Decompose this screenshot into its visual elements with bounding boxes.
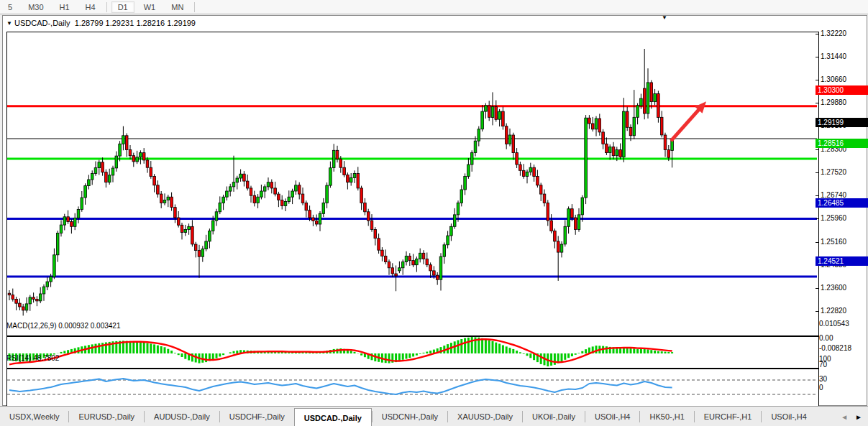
rsi-indicator-panel[interactable] [6,369,819,407]
price-tick-label: 1.30660 [821,75,846,83]
chart-tab-xauusd-daily[interactable]: XAUUSD-,Daily [448,407,522,426]
chart-tab-usdchf-daily[interactable]: USDCHF-,Daily [220,407,294,426]
candlestick-plot[interactable] [7,32,817,334]
price-axis[interactable]: 1.322201.314401.306601.298801.291001.283… [816,15,868,392]
chart-symbol-label: USDCAD-,Daily [14,19,70,27]
toolbar-separator [194,2,195,12]
rsi-axis-label: 30 [819,375,827,383]
rsi-axis-label: 0 [819,384,823,392]
macd-axis-label: -0.008218 [819,344,851,352]
price-tick-label: 1.25160 [821,238,846,246]
chart-tab-eurchf-h1[interactable]: EURCHF-,H1 [695,407,762,426]
price-tick [816,172,818,173]
chart-tab-audusd-daily[interactable]: AUDUSD-,Daily [145,407,219,426]
ohlc-close-value: 1.29199 [167,19,196,27]
price-tick [816,288,818,289]
price-badge: 1.24521 [816,256,868,266]
ohlc-high-value: 1.29231 [106,19,134,27]
timeframe-button-h1[interactable]: H1 [53,1,76,13]
price-tick [816,218,818,219]
tab-scroll-arrows: ◄► [841,407,868,426]
price-tick-label: 1.32220 [821,29,846,37]
price-tick-label: 1.22820 [821,307,846,315]
price-tick [816,34,818,34]
price-tick [816,242,818,243]
trend-arrow[interactable] [671,101,706,141]
chevron-down-icon[interactable]: ▼ [6,20,12,27]
macd-plot [7,337,817,366]
macd-indicator-panel[interactable] [6,336,819,369]
price-badge: 1.29199 [816,118,868,127]
timeframe-button-h4[interactable]: H4 [79,1,102,13]
ohlc-open-value: 1.28799 [75,19,104,27]
timeframe-button-m30[interactable]: M30 [22,1,50,13]
chart-tab-hk50-h1[interactable]: HK50-,H1 [640,407,693,426]
tab-scroll-left-icon[interactable]: ◄ [841,413,848,421]
price-badge: 1.28516 [816,139,868,148]
chart-tab-usdcad-daily[interactable]: USDCAD-,Daily [294,408,372,426]
rsi-axis-label: 70 [819,361,827,369]
price-tick [816,195,818,196]
timeframe-toolbar: 5M30H1H4D1W1MN [0,0,868,14]
price-tick-label: 1.29880 [821,98,846,106]
tab-scroll-right-icon[interactable]: ► [855,413,862,421]
last-bar-marker-icon: ▼ [662,14,667,21]
rsi-plot [7,369,817,405]
price-tick [816,149,818,150]
chart-title: ▼ USDCAD-,Daily 1.28799 1.29231 1.28216 … [6,19,196,27]
ohlc-low-value: 1.28216 [136,19,165,27]
price-tick [816,80,818,80]
chart-tab-usdcnh-daily[interactable]: USDCNH-,Daily [373,407,447,426]
price-tick-label: 1.23600 [821,284,846,292]
chart-tab-bar: USDX,WeeklyEURUSD-,DailyAUDUSD-,DailyUSD… [0,406,868,426]
toolbar-separator [106,2,107,12]
timeframe-button-5[interactable]: 5 [1,1,19,13]
chart-tab-usoil-h4[interactable]: USOil-,H4 [585,407,640,426]
price-tick [816,57,818,57]
price-tick [816,103,818,103]
chart-tab-eurusd-daily[interactable]: EURUSD-,Daily [69,407,144,426]
chart-tab-usoil-h4[interactable]: USOil-,H4 [762,407,816,426]
macd-indicator-label: MACD(12,26,9) 0.000932 0.003421 [6,322,120,330]
macd-axis-label: 0.00 [819,334,833,342]
price-tick-label: 1.25960 [821,214,846,222]
rsi-indicator-label: RSI(14) 48.7802 [6,354,59,362]
chart-tab-ukoil-daily[interactable]: UKOil-,Daily [523,407,585,426]
price-tick [816,311,818,312]
chart-tab-usdx-weekly[interactable]: USDX,Weekly [0,407,68,426]
chart-window: 27 Oct 202115 Nov 20213 Dec 202122 Dec 2… [2,15,867,406]
price-badge: 1.26485 [816,198,868,208]
price-badge: 1.30300 [816,85,868,95]
timeframe-button-mn[interactable]: MN [165,1,190,13]
timeframe-button-d1[interactable]: D1 [111,1,134,13]
macd-axis-label: 0.010543 [819,320,849,328]
timeframe-button-w1[interactable]: W1 [137,1,163,13]
price-tick-label: 1.27520 [821,168,846,176]
price-tick-label: 1.31440 [821,52,846,60]
main-chart[interactable] [6,32,819,336]
